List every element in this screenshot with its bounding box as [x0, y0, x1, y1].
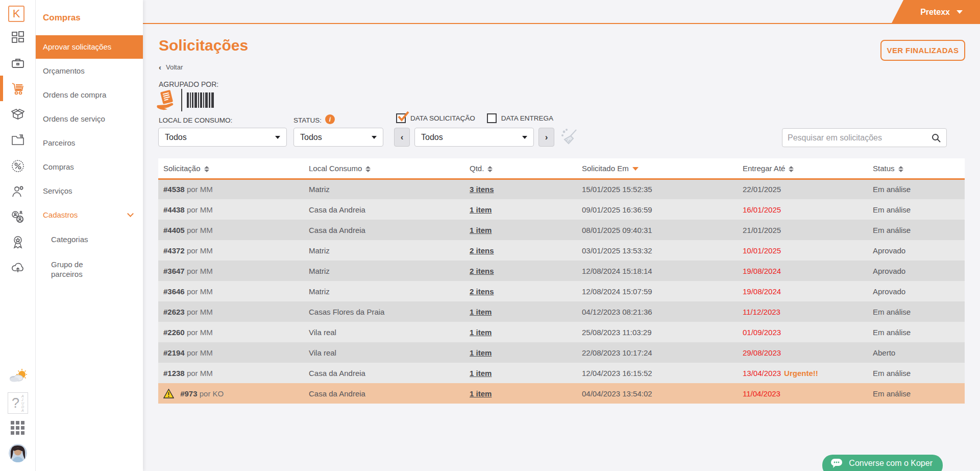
- help-icon[interactable]: ? AJUDA: [8, 392, 28, 414]
- dashboard-icon[interactable]: [11, 30, 25, 44]
- chevron-down-icon: [957, 10, 963, 14]
- items-link[interactable]: 1 item: [470, 389, 492, 398]
- items-link[interactable]: 1 item: [470, 205, 492, 214]
- sidebar-item-parceiros[interactable]: Parceiros: [36, 131, 143, 155]
- items-link[interactable]: 2 itens: [470, 246, 494, 255]
- info-icon[interactable]: i: [325, 114, 335, 124]
- local-consumo-label: LOCAL DE CONSUMO:: [159, 116, 232, 124]
- icon-rail: K ?: [0, 0, 36, 471]
- items-link[interactable]: 3 itens: [470, 185, 494, 194]
- table-row[interactable]: #4405 por MM Casa da Andreia 1 item 08/0…: [158, 220, 965, 240]
- items-link[interactable]: 1 item: [470, 308, 492, 316]
- cart-icon[interactable]: [11, 82, 25, 96]
- sidebar-item-label: Cadastros: [43, 210, 78, 219]
- items-link[interactable]: 1 item: [470, 328, 492, 337]
- sidebar-subitem-grupo-de-parceiros[interactable]: Grupo de parceiros: [36, 252, 143, 287]
- question-mark: ?: [12, 395, 19, 411]
- sidebar-item-ordens-de-servico[interactable]: Ordens de serviço: [36, 107, 143, 131]
- data-entrega-label: DATA ENTREGA: [501, 114, 553, 122]
- data-entrega-checkbox[interactable]: [487, 113, 497, 123]
- sidebar-item-orcamentos[interactable]: Orçamentos: [36, 59, 143, 83]
- sidebar-item-aprovar-solicitacoes[interactable]: Aprovar solicitações: [36, 35, 143, 59]
- worker-icon[interactable]: [11, 184, 25, 199]
- weather-icon[interactable]: [9, 367, 27, 385]
- user-avatar[interactable]: [9, 444, 27, 462]
- chat-button[interactable]: Converse com o Koper: [822, 455, 943, 471]
- table-row[interactable]: #2194 por MM Vila real 1 item 22/08/2023…: [158, 342, 965, 363]
- open-box-icon[interactable]: [11, 107, 25, 122]
- sort-icon: [789, 166, 794, 172]
- table-row[interactable]: #2260 por MM Vila real 1 item 25/08/2023…: [158, 322, 965, 342]
- status-badge: Em análise: [868, 363, 965, 383]
- table-row[interactable]: #4372 por MM Matriz 2 itens 03/01/2025 1…: [158, 240, 965, 261]
- search-input[interactable]: [788, 133, 931, 143]
- urgent-flag: Urgente!!: [784, 369, 818, 378]
- sort-icon: [365, 166, 371, 172]
- table-row[interactable]: #2623 por MM Casas Flores da Praia 1 ite…: [158, 301, 965, 322]
- sidebar-item-cadastros[interactable]: Cadastros: [36, 203, 143, 227]
- search-icon[interactable]: [931, 133, 941, 143]
- status-badge: Em análise: [868, 322, 965, 342]
- col-header-entregar-ate[interactable]: Entregar Até: [738, 158, 868, 179]
- sidebar-item-servicos[interactable]: Serviços: [36, 179, 143, 203]
- items-link[interactable]: 2 itens: [470, 267, 494, 275]
- award-icon[interactable]: [11, 235, 25, 249]
- group-by-barcode-icon[interactable]: [187, 92, 214, 108]
- sort-icon: [204, 166, 209, 172]
- status-select[interactable]: Todos: [293, 128, 383, 147]
- table-row[interactable]: #3646 por MM Matriz 2 itens 12/08/2024 1…: [158, 281, 965, 301]
- date-filter-checkboxes: DATA SOLICITAÇÃO DATA ENTREGA: [396, 113, 560, 123]
- table-row[interactable]: #1238 por MM Casa da Andreia 1 item 12/0…: [158, 363, 965, 383]
- sidebar-subitem-categorias[interactable]: Categorias: [36, 227, 143, 252]
- table-row[interactable]: #4538 por MM Matriz 3 itens 15/01/2025 1…: [158, 179, 965, 199]
- sidebar-section-title: Compras: [36, 0, 143, 23]
- ver-finalizadas-button[interactable]: VER FINALIZADAS: [880, 40, 965, 61]
- chat-bubble-icon: [830, 458, 843, 469]
- cloud-upload-icon[interactable]: [11, 261, 25, 275]
- sidebar-item-compras[interactable]: Compras: [36, 155, 143, 179]
- col-header-solicitado-em[interactable]: Solicitado Em: [577, 158, 738, 179]
- folder-money-icon[interactable]: [11, 133, 25, 147]
- col-header-qtd[interactable]: Qtd.: [464, 158, 577, 179]
- table-row-highlighted[interactable]: #973 por KO Casa da Andreia 1 item 04/04…: [158, 383, 965, 404]
- sidebar-item-ordens-de-compra[interactable]: Ordens de compra: [36, 83, 143, 107]
- period-prev-button[interactable]: ‹: [394, 128, 410, 147]
- clear-filters-icon[interactable]: [559, 127, 579, 148]
- users-icon[interactable]: [11, 209, 25, 224]
- period-select[interactable]: Todos: [414, 128, 534, 147]
- top-bar: Pretexx: [143, 0, 980, 24]
- koper-logo[interactable]: K: [8, 6, 24, 22]
- status-badge: Em análise: [868, 199, 965, 220]
- items-link[interactable]: 1 item: [470, 226, 492, 234]
- status-badge: Em análise: [868, 301, 965, 322]
- data-solicitacao-checkbox[interactable]: [396, 113, 406, 123]
- group-by-request-icon[interactable]: [156, 89, 177, 111]
- status-badge: Aprovado: [868, 261, 965, 281]
- account-menu[interactable]: Pretexx: [891, 0, 980, 24]
- col-header-solicitacao[interactable]: Solicitação: [158, 158, 304, 179]
- apps-grid-icon[interactable]: [11, 421, 25, 435]
- status-label: STATUS:: [293, 116, 322, 124]
- col-header-status[interactable]: Status: [868, 158, 965, 179]
- items-link[interactable]: 1 item: [470, 348, 492, 357]
- local-consumo-select[interactable]: Todos: [158, 128, 287, 147]
- chat-button-label: Converse com o Koper: [849, 459, 933, 468]
- account-name: Pretexx: [920, 8, 950, 17]
- items-link[interactable]: 2 itens: [470, 287, 494, 296]
- status-badge: Em análise: [868, 383, 965, 404]
- status-badge: Aprovado: [868, 240, 965, 261]
- solicitacoes-table: Solicitação Local Consumo Qtd. Solicitad…: [158, 158, 965, 404]
- chevron-down-icon: [127, 210, 134, 217]
- period-next-button[interactable]: ›: [538, 128, 554, 147]
- search-box: [782, 128, 947, 147]
- data-solicitacao-label: DATA SOLICITAÇÃO: [410, 114, 475, 122]
- table-row[interactable]: #3647 por MM Matriz 2 itens 12/08/2024 1…: [158, 261, 965, 281]
- col-header-local-consumo[interactable]: Local Consumo: [304, 158, 464, 179]
- briefcase-icon[interactable]: [11, 56, 25, 70]
- caret-down-icon: [372, 136, 377, 139]
- sort-icon: [898, 166, 903, 172]
- items-link[interactable]: 1 item: [470, 369, 492, 378]
- table-row[interactable]: #4438 por MM Casa da Andreia 1 item 09/0…: [158, 199, 965, 220]
- back-link[interactable]: ‹ Voltar: [159, 63, 183, 72]
- percent-icon[interactable]: [11, 159, 25, 173]
